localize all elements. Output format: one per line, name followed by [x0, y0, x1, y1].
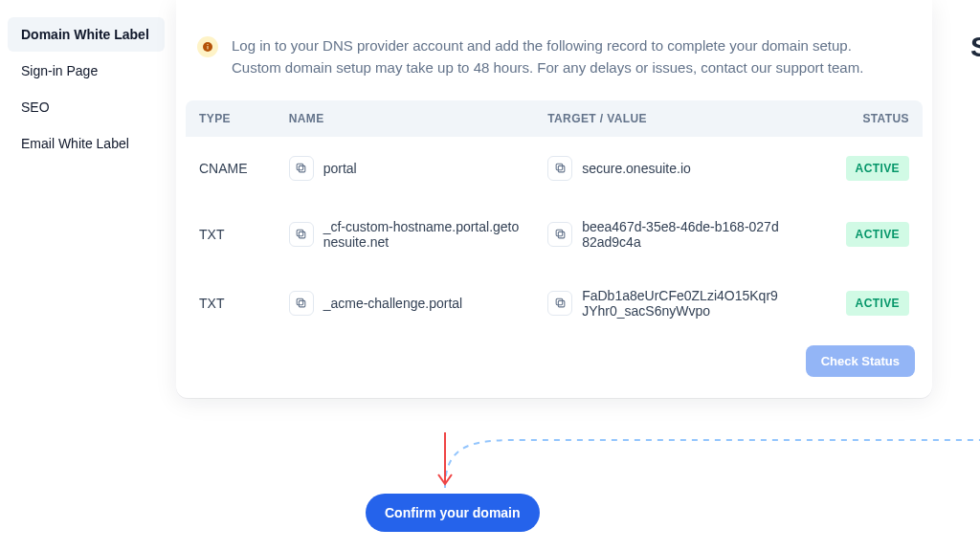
- svg-rect-9: [558, 231, 565, 238]
- dns-table: TYPE NAME TARGET / VALUE STATUS CNAMEpor…: [186, 100, 923, 338]
- cell-target: beea467d-35e8-46de-b168-027d82ad9c4a: [582, 219, 783, 250]
- svg-rect-14: [556, 298, 563, 305]
- cell-target: secure.onesuite.io: [582, 161, 691, 176]
- confirm-domain-button[interactable]: Confirm your domain: [366, 494, 540, 532]
- svg-rect-6: [556, 164, 563, 170]
- info-icon: [197, 36, 218, 57]
- dns-records-card: Log in to your DNS provider account and …: [176, 0, 932, 398]
- cell-type: TXT: [186, 269, 276, 338]
- col-header-target: TARGET / VALUE: [534, 100, 823, 137]
- cell-name: _cf-custom-hostname.portal.getonesuite.n…: [323, 219, 522, 250]
- sidebar-item-seo[interactable]: SEO: [8, 90, 165, 124]
- copy-icon[interactable]: [547, 156, 572, 181]
- svg-rect-5: [558, 165, 565, 172]
- card-footer: Check Status: [176, 338, 932, 381]
- sidebar-item-domain-white-label[interactable]: Domain White Label: [8, 17, 165, 52]
- svg-rect-11: [299, 300, 305, 307]
- cell-name: portal: [323, 161, 357, 176]
- status-badge: ACTIVE: [846, 222, 909, 247]
- settings-sidebar: Domain White LabelSign-in PageSEOEmail W…: [0, 0, 172, 551]
- copy-icon[interactable]: [547, 222, 572, 247]
- copy-icon[interactable]: [289, 222, 314, 247]
- svg-rect-1: [208, 46, 209, 50]
- copy-icon[interactable]: [289, 291, 314, 316]
- check-status-button[interactable]: Check Status: [806, 345, 915, 377]
- col-header-type: TYPE: [186, 100, 276, 137]
- status-badge: ACTIVE: [846, 291, 909, 316]
- svg-rect-4: [297, 164, 303, 170]
- svg-rect-10: [556, 230, 563, 236]
- svg-rect-3: [299, 165, 305, 172]
- table-row: TXT_cf-custom-hostname.portal.getonesuit…: [186, 200, 923, 269]
- table-row: CNAMEportalsecure.onesuite.ioACTIVE: [186, 137, 923, 200]
- cell-type: TXT: [186, 200, 276, 269]
- annotation-arrow-icon: [416, 429, 474, 496]
- main-content: Log in to your DNS provider account and …: [172, 0, 980, 551]
- cell-type: CNAME: [186, 137, 276, 200]
- svg-rect-8: [297, 230, 303, 236]
- copy-icon[interactable]: [289, 156, 314, 181]
- info-text: Log in to your DNS provider account and …: [232, 34, 892, 79]
- info-banner: Log in to your DNS provider account and …: [176, 0, 932, 100]
- status-badge: ACTIVE: [846, 156, 909, 181]
- col-header-status: STATUS: [823, 100, 923, 137]
- offscreen-panel-fragment: S: [970, 31, 980, 63]
- sidebar-item-email-white-label[interactable]: Email White Label: [8, 126, 165, 161]
- copy-icon[interactable]: [547, 291, 572, 316]
- col-header-name: NAME: [276, 100, 535, 137]
- svg-rect-2: [208, 44, 209, 45]
- cell-name: _acme-challenge.portal: [323, 296, 463, 311]
- svg-rect-12: [297, 298, 303, 305]
- svg-rect-13: [558, 300, 565, 307]
- sidebar-item-sign-in-page[interactable]: Sign-in Page: [8, 54, 165, 88]
- cell-target: FaDb1a8eUrCFe0ZLzi4O15Kqr9JYhr0_sacS6nyW…: [582, 288, 783, 319]
- table-row: TXT_acme-challenge.portalFaDb1a8eUrCFe0Z…: [186, 269, 923, 338]
- svg-rect-7: [299, 231, 305, 238]
